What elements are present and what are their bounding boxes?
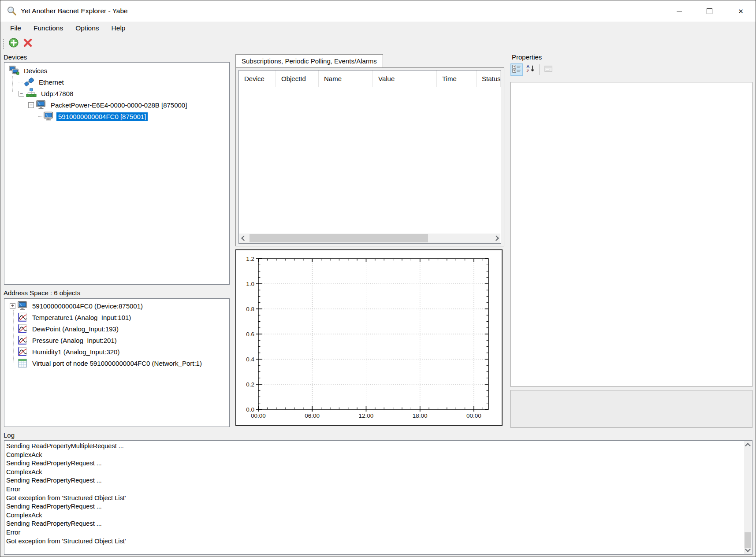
ethernet-icon xyxy=(24,77,35,87)
tree-connector xyxy=(19,82,23,82)
log-line: Sending ReadPropertyRequest ... xyxy=(6,459,742,468)
property-description-box xyxy=(510,390,752,428)
expand-icon[interactable]: + xyxy=(10,303,15,309)
log-box: Sending ReadPropertyMultipleRequest ...C… xyxy=(4,440,752,555)
tree-connector xyxy=(38,116,42,117)
add-device-button[interactable] xyxy=(7,37,20,50)
toolbar-grip[interactable] xyxy=(3,38,4,50)
properties-toolbar: AZ xyxy=(510,63,556,76)
menu-file[interactable]: File xyxy=(4,22,27,35)
device-monitor-icon xyxy=(36,100,47,110)
alphabetical-sort-button[interactable]: AZ xyxy=(524,63,536,76)
vertical-scrollbar[interactable] xyxy=(744,441,752,554)
log-line: Error xyxy=(6,528,742,537)
tree-item[interactable]: Virtual port of node 5910000000004FC0 (N… xyxy=(4,357,229,369)
column-header-name[interactable]: Name xyxy=(319,71,373,87)
column-header-device[interactable]: Device xyxy=(239,71,276,87)
tree-item[interactable]: Temperature1 (Analog_Input:101) xyxy=(4,312,229,323)
address-space-header: Address Space : 6 objects xyxy=(4,289,80,297)
devices-header: Devices xyxy=(4,53,27,61)
log-line: ComplexAck xyxy=(6,468,742,477)
tree-item-label: Temperature1 (Analog_Input:101) xyxy=(30,313,133,322)
chart-tick-label: 12:00 xyxy=(359,412,374,419)
analog-input-icon xyxy=(17,335,28,345)
collapse-icon[interactable]: − xyxy=(28,102,34,108)
tree-item[interactable]: Pressure (Analog_Input:201) xyxy=(4,334,229,346)
close-button[interactable]: ✕ xyxy=(730,0,751,22)
analog-input-icon xyxy=(17,323,28,334)
column-header-status[interactable]: Status xyxy=(477,71,501,87)
log-line: Sending ReadPropertyMultipleRequest ... xyxy=(6,442,742,451)
log-line: Sending ReadPropertyRequest ... xyxy=(6,476,742,485)
minimize-icon xyxy=(677,11,682,11)
property-grid[interactable] xyxy=(510,82,752,387)
scroll-right-arrow-icon[interactable] xyxy=(493,234,500,243)
tree-item-label: PacketPower-E6E4-0000-0000-028B [875000] xyxy=(49,101,189,109)
column-header-time[interactable]: Time xyxy=(437,71,477,87)
tree-item[interactable]: −Udp:47808 xyxy=(4,88,229,99)
scroll-up-arrow-icon[interactable] xyxy=(744,441,752,449)
chart-plot-border xyxy=(258,259,488,409)
tree-item-label: Pressure (Analog_Input:201) xyxy=(30,336,119,345)
vertical-scrollbar-thumb[interactable] xyxy=(745,532,751,548)
tree-guide-line xyxy=(13,310,14,363)
tree-item[interactable]: Devices xyxy=(4,65,229,76)
tree-item-label: Udp:47808 xyxy=(39,89,75,98)
chart-tick-label: 1.2 xyxy=(246,256,254,262)
window-title: Yet Another Bacnet Explorer - Yabe xyxy=(21,0,128,22)
tree-item[interactable]: +5910000000004FC0 (Device:875001) xyxy=(4,300,229,312)
maximize-button[interactable] xyxy=(699,0,720,22)
chart-canvas: 0.00.20.40.60.81.01.200:0006:0012:0018:0… xyxy=(236,250,502,425)
menu-options[interactable]: Options xyxy=(69,22,105,35)
add-circle-icon xyxy=(8,37,19,50)
subscriptions-panel: DeviceObjectIdNameValueTimeStatus xyxy=(235,67,504,246)
device-monitor-icon xyxy=(43,111,54,122)
close-icon: ✕ xyxy=(738,8,744,15)
menu-bar: FileFunctionsOptionsHelp xyxy=(0,22,756,35)
chart-tick-label: 18:00 xyxy=(413,412,428,419)
log-line: Sending ReadPropertyRequest ... xyxy=(6,520,742,528)
tree-item[interactable]: 5910000000004FC0 [875001] xyxy=(4,111,229,122)
column-header-objectid[interactable]: ObjectId xyxy=(276,71,319,87)
horizontal-scrollbar[interactable] xyxy=(239,234,500,243)
network-port-icon xyxy=(17,358,28,368)
tree-guide-line xyxy=(12,76,13,92)
trend-chart: 0.00.20.40.60.81.01.200:0006:0012:0018:0… xyxy=(235,249,503,426)
collapse-icon[interactable]: − xyxy=(19,91,24,97)
chart-tick-label: 0.0 xyxy=(246,406,254,413)
scroll-left-arrow-icon[interactable] xyxy=(239,234,247,243)
tab-subscriptions[interactable]: Subscriptions, Periodic Polling, Events/… xyxy=(235,54,383,67)
chart-tick-label: 00:00 xyxy=(251,412,266,419)
chart-tick-label: 0.6 xyxy=(246,331,254,338)
horizontal-scrollbar-thumb[interactable] xyxy=(250,234,428,242)
toolbar-separator xyxy=(539,64,540,75)
tree-item[interactable]: DewPoint (Analog_Input:193) xyxy=(4,323,229,334)
subscriptions-table: DeviceObjectIdNameValueTimeStatus xyxy=(238,70,501,244)
column-header-value[interactable]: Value xyxy=(373,71,437,87)
menu-help[interactable]: Help xyxy=(105,22,132,35)
tree-item-label: DewPoint (Analog_Input:193) xyxy=(30,325,120,333)
chart-tick-label: 0.4 xyxy=(246,356,254,363)
delete-device-button[interactable] xyxy=(22,37,34,50)
tree-item-label: Humidity1 (Analog_Input:320) xyxy=(30,348,121,356)
alphabetical-sort-icon: AZ xyxy=(525,64,535,75)
log-line: ComplexAck xyxy=(6,451,742,460)
main-toolbar xyxy=(0,35,756,53)
log-lines: Sending ReadPropertyMultipleRequest ...C… xyxy=(6,442,742,553)
tree-item[interactable]: Ethernet xyxy=(4,76,229,88)
tree-item[interactable]: −PacketPower-E6E4-0000-0000-028B [875000… xyxy=(4,99,229,111)
delete-x-icon xyxy=(22,37,33,50)
scroll-down-arrow-icon[interactable] xyxy=(744,546,752,554)
categorized-button[interactable] xyxy=(510,63,523,76)
tree-item[interactable]: Humidity1 (Analog_Input:320) xyxy=(4,346,229,357)
magnifier-app-icon xyxy=(6,5,17,16)
menu-functions[interactable]: Functions xyxy=(27,22,69,35)
minimize-button[interactable] xyxy=(669,0,689,22)
chart-tick-label: 1.0 xyxy=(246,281,254,287)
chart-tick-label: 00:00 xyxy=(466,412,481,419)
property-pages-icon xyxy=(544,64,553,75)
title-bar: Yet Another Bacnet Explorer - Yabe ✕ xyxy=(0,0,756,22)
properties-header: Properties xyxy=(512,53,542,61)
log-line: Sending ReadPropertyRequest ... xyxy=(6,502,742,511)
table-header-row: DeviceObjectIdNameValueTimeStatus xyxy=(239,71,501,87)
